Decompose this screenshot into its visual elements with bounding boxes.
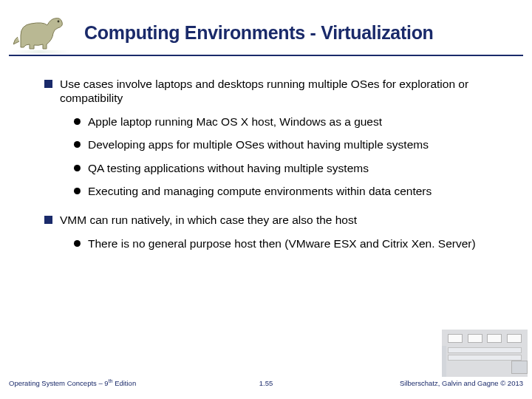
sub-bullet-item: Executing and managing compute environme… [74, 184, 502, 198]
footer-book-title-b: Edition [113, 379, 137, 387]
bullet-text: Apple laptop running Mac OS X host, Wind… [88, 115, 382, 129]
title-divider [9, 55, 523, 56]
sub-bullet-item: QA testing applications without having m… [74, 161, 502, 175]
page-title: Computing Environments - Virtualization [84, 22, 434, 44]
bullet-item: Use cases involve laptops and desktops r… [44, 77, 502, 106]
dot-bullet-icon [74, 118, 81, 125]
dot-bullet-icon [74, 188, 81, 194]
sub-bullet-item: Developing apps for multiple OSes withou… [74, 137, 502, 151]
slide: Computing Environments - Virtualization … [0, 0, 532, 399]
bullet-item: VMM can run natively, in which case they… [44, 213, 502, 227]
footer-copyright: Silberschatz, Galvin and Gagne © 2013 [400, 379, 523, 387]
square-bullet-icon [44, 216, 52, 224]
bullet-text: QA testing applications without having m… [88, 161, 369, 175]
bullet-text: Developing apps for multiple OSes withou… [88, 137, 429, 151]
bullet-text: Executing and managing compute environme… [88, 184, 432, 198]
dot-bullet-icon [74, 165, 81, 171]
footer: Operating System Concepts – 9th Edition … [9, 372, 523, 393]
square-bullet-icon [44, 80, 52, 88]
sub-bullet-item: There is no general purpose host then (V… [74, 236, 502, 250]
dinosaur-icon [9, 10, 71, 55]
sub-bullet-item: Apple laptop running Mac OS X host, Wind… [74, 115, 502, 129]
bullet-text: Use cases involve laptops and desktops r… [60, 77, 502, 106]
vmm-diagram-icon [442, 330, 528, 377]
bullet-text: VMM can run natively, in which case they… [60, 213, 357, 227]
dot-bullet-icon [74, 240, 81, 247]
svg-point-0 [58, 21, 60, 23]
footer-left: Operating System Concepts – 9th Edition [9, 378, 136, 387]
header: Computing Environments - Virtualization [0, 0, 532, 61]
bullet-text: There is no general purpose host then (V… [88, 236, 476, 250]
content-body: Use cases involve laptops and desktops r… [44, 77, 502, 252]
footer-book-title-a: Operating System Concepts – 9 [9, 379, 109, 387]
dot-bullet-icon [74, 141, 81, 148]
footer-page-number: 1.55 [259, 379, 273, 387]
